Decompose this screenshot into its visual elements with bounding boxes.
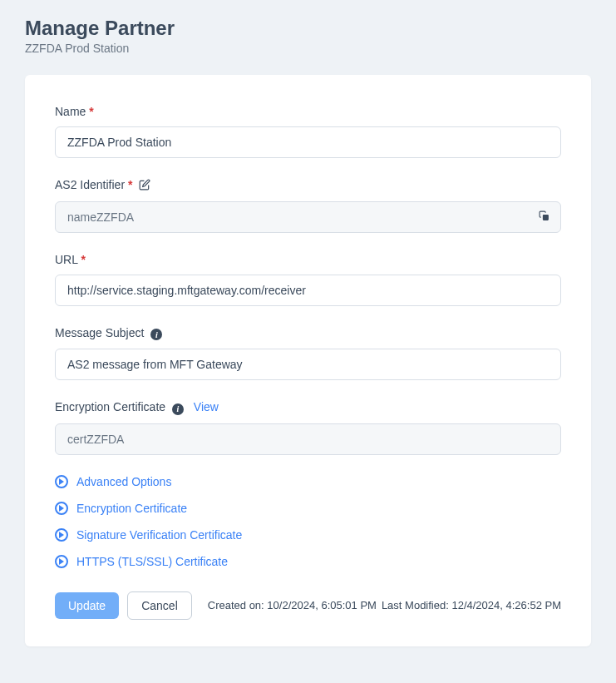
form-card: Name * AS2 Identifier * — [25, 75, 591, 646]
created-on: Created on: 10/2/2024, 6:05:01 PM — [208, 599, 377, 611]
name-input[interactable] — [55, 126, 561, 158]
section-label: HTTPS (TLS/SSL) Certificate — [76, 555, 228, 568]
section-signature-verification[interactable]: Signature Verification Certificate — [55, 528, 561, 542]
svg-rect-0 — [543, 215, 549, 220]
section-label: Encryption Certificate — [76, 502, 187, 515]
form-group-url: URL * — [55, 253, 561, 306]
as2-input — [55, 201, 561, 233]
copy-icon[interactable] — [539, 210, 549, 225]
required-star: * — [81, 253, 85, 266]
page-subtitle: ZZFDA Prod Station — [25, 42, 591, 55]
required-star: * — [128, 178, 132, 191]
edit-icon[interactable] — [139, 179, 150, 193]
info-icon[interactable]: i — [150, 327, 162, 341]
encryption-cert-label: Encryption Certificate i View — [55, 400, 561, 415]
last-modified: Last Modified: 12/4/2024, 4:26:52 PM — [382, 599, 561, 611]
section-label: Advanced Options — [76, 475, 171, 488]
card-footer: Update Cancel Created on: 10/2/2024, 6:0… — [55, 591, 561, 620]
required-star: * — [89, 105, 93, 118]
section-label: Signature Verification Certificate — [76, 528, 242, 542]
message-subject-label: Message Subject i — [55, 326, 561, 341]
form-group-encryption-cert: Encryption Certificate i View — [55, 400, 561, 455]
timestamps: Created on: 10/2/2024, 6:05:01 PM Last M… — [208, 599, 561, 611]
url-input[interactable] — [55, 275, 561, 306]
chevron-right-icon — [55, 555, 68, 568]
cancel-button[interactable]: Cancel — [127, 591, 192, 620]
form-group-name: Name * — [55, 105, 561, 158]
view-link[interactable]: View — [194, 400, 219, 413]
chevron-right-icon — [55, 475, 68, 488]
chevron-right-icon — [55, 502, 68, 515]
form-group-as2: AS2 Identifier * — [55, 178, 561, 233]
page-title: Manage Partner — [25, 17, 591, 40]
chevron-right-icon — [55, 528, 68, 542]
encryption-cert-input — [55, 423, 561, 455]
section-https-certificate[interactable]: HTTPS (TLS/SSL) Certificate — [55, 555, 561, 568]
info-icon[interactable]: i — [172, 401, 184, 415]
section-encryption-certificate[interactable]: Encryption Certificate — [55, 502, 561, 515]
section-advanced-options[interactable]: Advanced Options — [55, 475, 561, 488]
update-button[interactable]: Update — [55, 592, 119, 619]
url-label: URL * — [55, 253, 561, 266]
message-subject-input[interactable] — [55, 349, 561, 380]
name-label: Name * — [55, 105, 561, 118]
form-group-message-subject: Message Subject i — [55, 326, 561, 381]
as2-label: AS2 Identifier * — [55, 178, 561, 193]
page-header: Manage Partner ZZFDA Prod Station — [25, 17, 591, 55]
